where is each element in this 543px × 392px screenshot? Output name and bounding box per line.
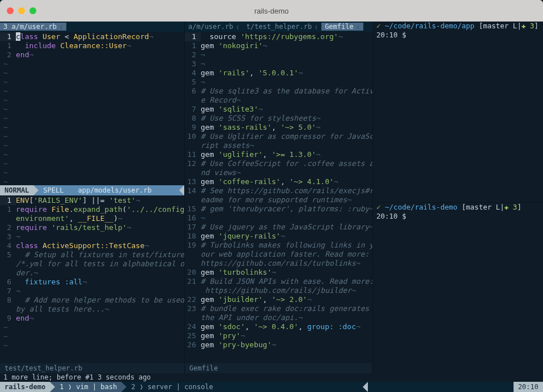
line-content[interactable]: the API under doc/api.¬	[201, 313, 372, 322]
line-content[interactable]: # bundle exec rake doc:rails generates	[201, 304, 372, 313]
vim-split-bottom[interactable]: 1ENV['RAILS_ENV'] ||= 'test'¬1require Fi…	[0, 195, 184, 373]
tab-user-rb[interactable]: 3 a/m/user.rb	[0, 23, 66, 31]
code-line[interactable]: der.¬	[0, 269, 184, 278]
code-line[interactable]: 3¬	[0, 232, 184, 241]
line-content[interactable]: ¬	[16, 232, 184, 241]
line-content[interactable]: end¬	[16, 314, 184, 323]
code-line[interactable]: 1class User < ApplicationRecord¬	[0, 32, 184, 41]
line-content[interactable]: nd views¬	[201, 168, 372, 177]
line-content[interactable]: gem 'jquery-rails'¬	[201, 232, 372, 241]
code-line[interactable]: 6# Use sqlite3 as the database for Activ	[185, 87, 372, 96]
code-line[interactable]: 15# gem 'therubyracer', platforms: :ruby…	[185, 204, 372, 214]
code-line[interactable]: 24gem 'sdoc', '~> 0.4.0', group: :doc¬	[185, 322, 372, 331]
line-content[interactable]: fixtures :all¬	[16, 278, 184, 287]
line-content[interactable]: ¬	[201, 59, 372, 69]
line-content[interactable]: # Add more helper methods to be used	[16, 296, 184, 305]
code-line[interactable]: 7¬	[0, 287, 184, 296]
shell-bottom[interactable]: ✓ ~/code/rails-demo [master L|✚ 3] 20:10…	[373, 203, 543, 373]
line-content[interactable]: our web application faster. Read more:	[201, 250, 372, 259]
shell-top[interactable]: ✓ ~/code/rails-demo/app [master L|✚ 3] 2…	[373, 22, 543, 203]
line-content[interactable]: # Setup all fixtures in test/fixtures	[16, 250, 184, 259]
shell-right-pane[interactable]: ✓ ~/code/rails-demo/app [master L|✚ 3] 2…	[373, 22, 543, 373]
code-line[interactable]: /*.yml for all tests in alphabetical or	[0, 259, 184, 269]
tmux-window[interactable]: 2 ❭ server | console	[126, 382, 218, 392]
code-line[interactable]: 2end¬	[0, 50, 184, 59]
line-content[interactable]: # Use sqlite3 as the database for Activ	[201, 87, 372, 96]
shell-input-line[interactable]: 20:10 $	[373, 31, 543, 40]
code-line[interactable]: eadme for more supported runtimes¬	[185, 195, 372, 204]
code-line[interactable]: 17# Use jquery as the JavaScript library…	[185, 223, 372, 232]
minimize-icon[interactable]	[18, 7, 25, 14]
code-area-test-helper[interactable]: 1ENV['RAILS_ENV'] ||= 'test'¬1require Fi…	[0, 195, 184, 363]
code-line[interactable]: 7gem 'sqlite3'¬	[185, 105, 372, 114]
line-content[interactable]: # Use SCSS for stylesheets¬	[201, 114, 372, 123]
tmux-session-name[interactable]: rails-demo	[0, 382, 50, 392]
line-content[interactable]: gem 'sass-rails', '~> 5.0'¬	[201, 123, 372, 132]
line-content[interactable]: gem 'turbolinks'¬	[201, 268, 372, 277]
line-content[interactable]: ¬	[16, 287, 184, 296]
close-icon[interactable]	[7, 7, 14, 14]
line-content[interactable]: source 'https://rubygems.org'¬	[201, 32, 372, 41]
vim-middle-pane[interactable]: a/m/user.rb t/test_helper.rb Gemfile 1 s…	[185, 22, 373, 373]
code-line[interactable]: 4gem 'rails', '5.0.0.1'¬	[185, 69, 372, 78]
line-content[interactable]: class User < ApplicationRecord¬	[16, 32, 184, 41]
code-line[interactable]: 1ENV['RAILS_ENV'] ||= 'test'¬	[0, 196, 184, 205]
line-content[interactable]: gem 'pry'¬	[201, 331, 372, 340]
code-line[interactable]: 1 include Clearance::User¬	[0, 41, 184, 50]
line-content[interactable]: gem 'uglifier', '>= 1.3.0'¬	[201, 150, 372, 159]
line-content[interactable]: # See https://github.com/rails/execjs#r	[201, 186, 372, 195]
line-content[interactable]: /*.yml for all tests in alphabetical or	[16, 259, 184, 269]
tab-gemfile[interactable]: Gemfile	[321, 23, 363, 31]
line-content[interactable]: der.¬	[16, 269, 184, 278]
tab-user-rb[interactable]: a/m/user.rb	[185, 23, 243, 31]
vim-split-top[interactable]: 1class User < ApplicationRecord¬1 includ…	[0, 32, 184, 195]
code-line[interactable]: 18gem 'jquery-rails'¬	[185, 232, 372, 241]
line-content[interactable]: by all tests here...¬	[16, 305, 184, 314]
code-line[interactable]: 9gem 'sass-rails', '~> 5.0'¬	[185, 123, 372, 132]
code-line[interactable]: 1 source 'https://rubygems.org'¬	[185, 32, 372, 41]
code-line[interactable]: 23# bundle exec rake doc:rails generates	[185, 304, 372, 313]
line-content[interactable]: end¬	[16, 50, 184, 59]
code-line[interactable]: 19# Turbolinks makes following links in …	[185, 241, 372, 250]
line-content[interactable]: ¬	[201, 78, 372, 87]
code-area-user-rb[interactable]: 1class User < ApplicationRecord¬1 includ…	[0, 32, 184, 185]
code-line[interactable]: nd views¬	[185, 168, 372, 177]
code-line[interactable]: 1require File.expand_path('../../config/	[0, 205, 184, 214]
line-content[interactable]: include Clearance::User¬	[16, 41, 184, 50]
code-line[interactable]: 8# Use SCSS for stylesheets¬	[185, 114, 372, 123]
line-content[interactable]: # Use Uglifier as compressor for JavaSc	[201, 132, 372, 141]
line-content[interactable]: require 'rails/test_help'¬	[16, 223, 184, 232]
line-content[interactable]: https://github.com/rails/jbuilder¬	[201, 286, 372, 295]
line-content[interactable]: # Use jquery as the JavaScript library¬	[201, 223, 372, 232]
line-content[interactable]: require File.expand_path('../../config/	[16, 205, 184, 214]
code-line[interactable]: 11gem 'uglifier', '>= 1.3.0'¬	[185, 150, 372, 159]
vim-left-pane[interactable]: 3 a/m/user.rb 1class User < ApplicationR…	[0, 22, 185, 373]
code-line[interactable]: 10# Use Uglifier as compressor for JavaS…	[185, 132, 372, 141]
code-line[interactable]: 14# See https://github.com/rails/execjs#…	[185, 186, 372, 195]
line-content[interactable]: eadme for more supported runtimes¬	[201, 195, 372, 204]
code-line[interactable]: environment', __FILE__)¬	[0, 214, 184, 223]
code-line[interactable]: 6 fixtures :all¬	[0, 278, 184, 287]
code-line[interactable]: 25gem 'pry'¬	[185, 331, 372, 340]
code-line[interactable]: 2require 'rails/test_help'¬	[0, 223, 184, 232]
line-content[interactable]: class ActiveSupport::TestCase¬	[16, 241, 184, 250]
line-content[interactable]: gem 'coffee-rails', '~> 4.1.0'¬	[201, 177, 372, 186]
line-content[interactable]: environment', __FILE__)¬	[16, 214, 184, 223]
code-line[interactable]: ript assets¬	[185, 141, 372, 150]
code-line[interactable]: 26gem 'pry-byebug'¬	[185, 340, 372, 350]
code-line[interactable]: 2¬	[185, 50, 372, 59]
line-content[interactable]: ¬	[201, 50, 372, 59]
code-line[interactable]: e Record¬	[185, 96, 372, 105]
code-line[interactable]: 12# Use CoffeeScript for .coffee assets …	[185, 159, 372, 168]
line-content[interactable]: # gem 'therubyracer', platforms: :ruby¬	[201, 204, 372, 214]
line-content[interactable]: e Record¬	[201, 96, 372, 105]
code-line[interactable]: 4class ActiveSupport::TestCase¬	[0, 241, 184, 250]
shell-input-line[interactable]: 20:10 $	[373, 212, 543, 221]
code-area-gemfile[interactable]: 1 source 'https://rubygems.org'¬1gem 'no…	[185, 32, 372, 363]
maximize-icon[interactable]	[29, 7, 36, 14]
code-line[interactable]: the API under doc/api.¬	[185, 313, 372, 322]
code-line[interactable]: by all tests here...¬	[0, 305, 184, 314]
line-content[interactable]: gem 'jbuilder', '~> 2.0'¬	[201, 295, 372, 304]
code-line[interactable]: 21# Build JSON APIs with ease. Read more…	[185, 277, 372, 286]
code-line[interactable]: 5 # Setup all fixtures in test/fixtures	[0, 250, 184, 259]
